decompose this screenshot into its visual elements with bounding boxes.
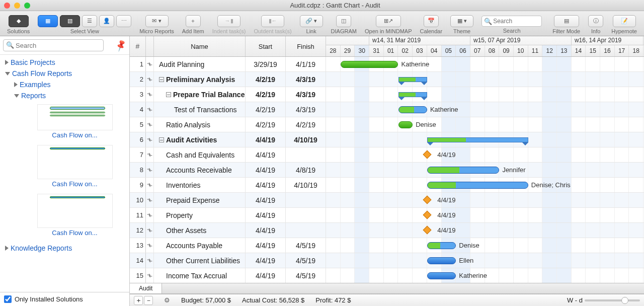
col-num[interactable]: # bbox=[130, 36, 146, 56]
summary-bar[interactable] bbox=[398, 92, 427, 97]
template-thumb[interactable] bbox=[37, 104, 113, 130]
summary-bar[interactable] bbox=[398, 77, 427, 82]
expand-toggle[interactable] bbox=[159, 137, 164, 142]
calendar-button[interactable]: 📅 bbox=[424, 15, 439, 27]
finish-cell[interactable]: 4/2/19 bbox=[286, 117, 326, 132]
name-cell[interactable]: Other Current Liabilities bbox=[154, 253, 246, 268]
col-name[interactable]: Name bbox=[154, 36, 246, 56]
task-bar[interactable] bbox=[427, 242, 456, 249]
pin-icon[interactable]: 📌 bbox=[114, 38, 128, 52]
open-mindmap-button[interactable]: ⊞↗ bbox=[376, 15, 401, 27]
task-bar[interactable] bbox=[427, 272, 456, 279]
view-gantt-button[interactable]: ▦ bbox=[38, 15, 58, 27]
task-row[interactable]: 4Test of Transactions4/2/194/3/19Katheri… bbox=[130, 102, 644, 117]
task-row[interactable]: 9Inventories4/4/194/10/19Denise; Chris bbox=[130, 178, 644, 193]
summary-bar[interactable] bbox=[427, 137, 528, 142]
task-bar[interactable] bbox=[427, 167, 500, 174]
solutions-button[interactable]: ◆ bbox=[9, 15, 29, 27]
task-row[interactable]: 10Prepaid Expense4/4/194/4/19 bbox=[130, 193, 644, 208]
name-cell[interactable]: Accounts Receivable bbox=[154, 163, 246, 177]
finish-cell[interactable]: 4/10/19 bbox=[286, 178, 326, 192]
zoom-slider[interactable] bbox=[585, 299, 640, 301]
only-installed-checkbox[interactable] bbox=[4, 295, 12, 303]
start-cell[interactable]: 4/4/19 bbox=[246, 238, 286, 253]
finish-cell[interactable] bbox=[286, 208, 326, 222]
expand-toggle[interactable] bbox=[159, 77, 164, 82]
name-cell[interactable]: Income Tax Accrual bbox=[154, 268, 246, 283]
start-cell[interactable]: 4/4/19 bbox=[246, 253, 286, 268]
view-board-button[interactable]: ▧ bbox=[60, 15, 80, 27]
tree-item-cashflow-reports[interactable]: Cash Flow Reports bbox=[0, 68, 129, 79]
finish-cell[interactable]: 4/3/19 bbox=[286, 72, 326, 87]
start-cell[interactable]: 4/4/19 bbox=[246, 178, 286, 192]
view-resource-button[interactable]: 👤 bbox=[99, 15, 114, 27]
start-cell[interactable]: 4/4/19 bbox=[246, 208, 286, 222]
name-cell[interactable]: Prepare Trial Balance bbox=[154, 87, 246, 102]
finish-cell[interactable]: 4/3/19 bbox=[286, 102, 326, 117]
start-cell[interactable]: 4/4/19 bbox=[246, 223, 286, 238]
timeline-cell[interactable]: Denise bbox=[326, 117, 644, 132]
task-bar[interactable] bbox=[427, 182, 528, 189]
window-close-button[interactable] bbox=[4, 3, 10, 9]
finish-cell[interactable]: 4/10/19 bbox=[286, 132, 326, 147]
indent-button[interactable]: →▮ bbox=[217, 15, 240, 27]
tree-item-knowledge-reports[interactable]: Knowledge Reports bbox=[0, 243, 129, 254]
name-cell[interactable]: Test of Transactions bbox=[154, 102, 246, 117]
col-finish[interactable]: Finish bbox=[286, 36, 326, 56]
info-button[interactable]: ⓘ bbox=[588, 15, 603, 27]
task-row[interactable]: 12Other Assets4/4/194/4/19 bbox=[130, 223, 644, 238]
name-cell[interactable]: Accounts Payable bbox=[154, 238, 246, 253]
sidebar-search-input[interactable] bbox=[3, 39, 104, 51]
start-cell[interactable]: 4/4/19 bbox=[246, 132, 286, 147]
name-cell[interactable]: Prepaid Expense bbox=[154, 193, 246, 207]
finish-cell[interactable] bbox=[286, 193, 326, 207]
name-cell[interactable]: Property bbox=[154, 208, 246, 222]
timeline-cell[interactable]: 4/4/19 bbox=[326, 193, 644, 207]
start-cell[interactable]: 4/4/19 bbox=[246, 193, 286, 207]
start-cell[interactable]: 4/4/19 bbox=[246, 147, 286, 162]
hypernote-button[interactable]: 📝 bbox=[613, 15, 636, 27]
timeline-cell[interactable]: Katherine bbox=[326, 102, 644, 117]
finish-cell[interactable]: 4/3/19 bbox=[286, 87, 326, 102]
task-row[interactable]: 2Preliminary Analysis4/2/194/3/19 bbox=[130, 72, 644, 87]
name-cell[interactable]: Cash and Equivalents bbox=[154, 147, 246, 162]
task-row[interactable]: 8Accounts Receivable4/4/194/8/19Jennifer bbox=[130, 163, 644, 178]
task-bar[interactable] bbox=[398, 121, 413, 128]
sheet-tab-audit[interactable]: Audit bbox=[130, 283, 162, 293]
task-row[interactable]: 6Audit Activities4/4/194/10/19 bbox=[130, 132, 644, 147]
start-cell[interactable]: 4/2/19 bbox=[246, 87, 286, 102]
timeline-cell[interactable]: 4/4/19 bbox=[326, 223, 644, 238]
filter-mode-button[interactable]: ▤ bbox=[554, 15, 579, 27]
remove-row-button[interactable]: － bbox=[144, 296, 153, 305]
finish-cell[interactable]: 4/5/19 bbox=[286, 253, 326, 268]
name-cell[interactable]: Audit Planning bbox=[154, 57, 246, 71]
task-bar[interactable] bbox=[398, 106, 427, 113]
theme-button[interactable]: ▦ ▾ bbox=[450, 15, 473, 27]
finish-cell[interactable] bbox=[286, 223, 326, 238]
add-item-button[interactable]: ＋ bbox=[186, 15, 201, 27]
finish-cell[interactable]: 4/8/19 bbox=[286, 163, 326, 177]
start-cell[interactable]: 4/4/19 bbox=[246, 268, 286, 283]
col-start[interactable]: Start bbox=[246, 36, 286, 56]
timeline-cell[interactable]: Ellen bbox=[326, 253, 644, 268]
outdent-button[interactable]: ▮← bbox=[261, 15, 284, 27]
name-cell[interactable]: Preliminary Analysis bbox=[154, 72, 246, 87]
timeline-cell[interactable] bbox=[326, 132, 644, 147]
zoom-control[interactable]: W - d bbox=[567, 296, 640, 304]
tree-item-basic-projects[interactable]: Basic Projects bbox=[0, 57, 129, 68]
template-thumb[interactable] bbox=[37, 194, 113, 228]
timeline-cell[interactable] bbox=[326, 87, 644, 102]
finish-cell[interactable] bbox=[286, 147, 326, 162]
expand-toggle[interactable] bbox=[166, 92, 171, 97]
task-row[interactable]: 7Cash and Equivalents4/4/194/4/19 bbox=[130, 147, 644, 163]
link-button[interactable]: 🔗 ▾ bbox=[300, 15, 323, 27]
task-row[interactable]: 11Property4/4/194/4/19 bbox=[130, 208, 644, 223]
micro-reports-button[interactable]: ✉ ▾ bbox=[145, 15, 169, 27]
window-minimize-button[interactable] bbox=[14, 3, 20, 9]
timeline-cell[interactable] bbox=[326, 72, 644, 87]
finish-cell[interactable]: 4/5/19 bbox=[286, 268, 326, 283]
timeline-cell[interactable]: Denise; Chris bbox=[326, 178, 644, 192]
finish-cell[interactable]: 4/5/19 bbox=[286, 238, 326, 253]
view-list-button[interactable]: ☰ bbox=[82, 15, 97, 27]
gear-icon[interactable]: ⚙ bbox=[164, 296, 170, 304]
